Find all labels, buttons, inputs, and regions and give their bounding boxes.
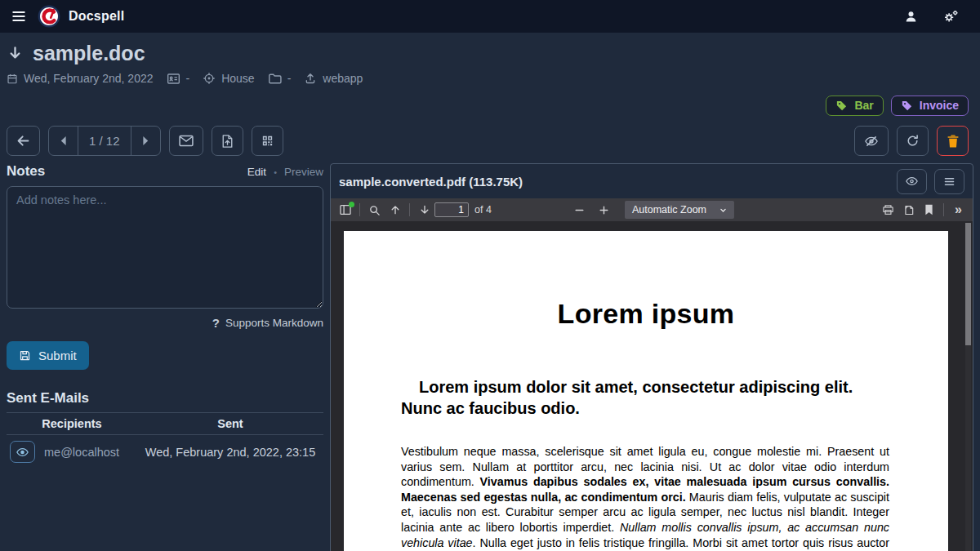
view-mail-button[interactable]	[10, 441, 35, 463]
find-button[interactable]	[364, 201, 385, 219]
tags-row: Bar Invoice	[7, 96, 969, 116]
pdf-file-label: sample.converted.pdf (113.75K)	[339, 175, 523, 189]
pdf-doc-heading: Lorem ipsum dolor sit amet, consectetur …	[401, 376, 872, 419]
attachment-page-indicator: 1 / 12	[78, 127, 131, 155]
correspondent-item[interactable]: -	[167, 72, 190, 85]
pdfjs-toolbar: of 4 Automatic Zoom	[331, 198, 973, 221]
delete-button[interactable]	[937, 126, 969, 156]
submit-label: Submit	[38, 349, 77, 362]
source-label: webapp	[323, 72, 363, 85]
zoom-out-button[interactable]	[569, 201, 590, 219]
source-item: webapp	[304, 72, 363, 85]
separator	[943, 203, 944, 216]
mail-sent-date: Wed, February 2nd, 2022, 23:15	[137, 435, 323, 465]
separator	[359, 203, 360, 216]
calendar-icon	[7, 73, 18, 85]
viewer-scrollbar[interactable]	[965, 223, 971, 551]
page-number-input[interactable]	[434, 202, 469, 217]
pdf-viewer[interactable]: Lorem ipsum Lorem ipsum dolor sit amet, …	[331, 221, 973, 551]
page-count-label: of 4	[474, 204, 492, 216]
notes-preview-tab[interactable]: Preview	[284, 166, 323, 178]
concerned-item[interactable]: House	[203, 72, 254, 85]
column-recipients: Recipients	[7, 413, 137, 435]
qr-code-button[interactable]	[252, 126, 283, 156]
left-sidebar: Notes Edit • Preview ? Supports Markdown…	[7, 163, 323, 464]
table-row: me@localhost Wed, February 2nd, 2022, 23…	[7, 435, 323, 465]
notes-input[interactable]	[7, 186, 323, 309]
download-arrow-icon[interactable]	[7, 45, 24, 62]
pdf-page: Lorem ipsum Lorem ipsum dolor sit amet, …	[344, 231, 948, 551]
submit-notes-button[interactable]: Submit	[7, 341, 89, 370]
next-attachment-button[interactable]	[131, 127, 160, 155]
folder-icon	[268, 73, 282, 85]
reload-button[interactable]	[897, 126, 929, 156]
user-icon[interactable]	[904, 10, 918, 24]
menu-icon[interactable]	[11, 8, 27, 24]
download-file-button[interactable]	[898, 201, 919, 219]
brand[interactable]: Docspell	[38, 5, 124, 28]
tag-invoice[interactable]: Invoice	[891, 96, 969, 116]
question-mark-icon: ?	[212, 316, 220, 330]
sent-emails-heading: Sent E-Mails	[7, 390, 323, 407]
settings-gears-icon[interactable]	[942, 9, 960, 24]
save-icon	[19, 349, 31, 362]
print-button[interactable]	[878, 201, 898, 219]
document-title-row: sample.doc	[7, 42, 973, 65]
prev-attachment-button[interactable]	[49, 127, 78, 155]
pdf-doc-paragraph: Vestibulum neque massa, scelerisque sit …	[401, 444, 889, 551]
tag-icon	[901, 100, 913, 112]
correspondent-label: -	[186, 72, 190, 85]
more-tools-button[interactable]: »	[948, 201, 969, 219]
zoom-select[interactable]: Automatic Zoom	[625, 201, 734, 219]
add-file-button[interactable]	[212, 126, 243, 156]
docspell-logo-icon	[38, 5, 60, 28]
mail-recipient: me@localhost	[44, 446, 119, 459]
document-meta-row: Wed, February 2nd, 2022 - House - webapp	[7, 72, 973, 85]
folder-label: -	[287, 72, 292, 85]
markdown-hint-label: Supports Markdown	[225, 317, 323, 329]
top-navbar: Docspell	[0, 0, 980, 33]
back-button[interactable]	[7, 126, 40, 156]
pdf-doc-title: Lorem ipsum	[344, 298, 948, 330]
upload-icon	[304, 72, 317, 85]
scrollbar-thumb[interactable]	[965, 223, 971, 345]
dot-separator: •	[274, 167, 277, 177]
sidebar-toggle-button[interactable]	[335, 201, 355, 219]
attachment-menu-button[interactable]	[934, 169, 964, 194]
action-toolbar: 1 / 12	[7, 126, 973, 156]
attachment-pager: 1 / 12	[48, 126, 161, 156]
date-label: Wed, February 2nd, 2022	[24, 72, 154, 85]
id-card-icon	[167, 73, 180, 85]
tag-icon	[835, 100, 848, 112]
concerned-label: House	[221, 72, 254, 85]
send-mail-button[interactable]	[169, 126, 203, 156]
tag-bar[interactable]: Bar	[826, 96, 883, 116]
folder-item[interactable]: -	[268, 72, 292, 85]
previous-page-button[interactable]	[385, 201, 405, 219]
preview-eye-button[interactable]	[897, 169, 927, 194]
tag-label: Invoice	[920, 99, 959, 112]
notification-dot	[349, 202, 354, 207]
sent-emails-table: Recipients Sent me@localhost	[7, 412, 323, 464]
tag-label: Bar	[854, 99, 873, 112]
document-title: sample.doc	[33, 42, 145, 65]
hide-button[interactable]	[854, 126, 889, 156]
zoom-in-button[interactable]	[594, 201, 614, 219]
zoom-select-value: Automatic Zoom	[632, 204, 706, 216]
date-item: Wed, February 2nd, 2022	[7, 72, 154, 85]
crosshair-icon	[203, 72, 216, 85]
pdf-preview-panel: sample.converted.pdf (113.75K)	[330, 163, 973, 551]
notes-heading: Notes	[7, 163, 45, 180]
chevron-down-icon	[719, 207, 727, 214]
next-page-button[interactable]	[414, 201, 434, 219]
column-sent: Sent	[137, 413, 323, 435]
brand-name: Docspell	[69, 9, 124, 24]
separator	[409, 203, 410, 216]
markdown-hint: ? Supports Markdown	[7, 316, 323, 330]
notes-edit-tab[interactable]: Edit	[247, 166, 266, 178]
bookmark-button[interactable]	[919, 201, 939, 219]
